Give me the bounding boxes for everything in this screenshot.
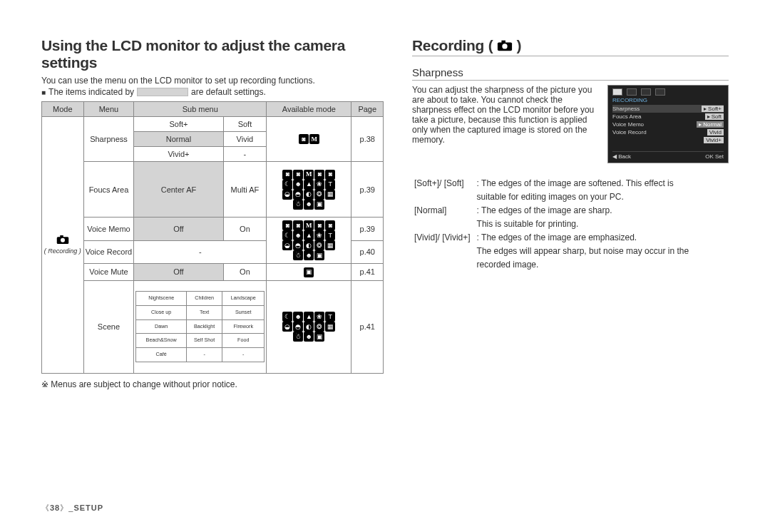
def-val-normal-a: : The edges of the image are sharp. (476, 205, 690, 217)
left-title: Using the LCD monitor to adjust the came… (41, 37, 384, 71)
sub-vmemo-off: Off (134, 218, 223, 241)
sub-vmute-on: On (223, 264, 267, 281)
camera-icon (56, 235, 69, 245)
svg-rect-4 (501, 41, 505, 44)
def-key-normal: [Normal] (414, 205, 475, 217)
right-column: Recording ( ) Sharpness You can adjust t… (412, 37, 729, 389)
th-menu: Menu (83, 102, 134, 117)
th-mode: Mode (42, 102, 84, 117)
menu-focus: Foucs Area (83, 162, 134, 218)
sub-softplus: Soft+ (134, 117, 223, 132)
dev-tab-play-icon (641, 88, 651, 96)
table-footnote: ※ Menus are subject to change without pr… (41, 379, 384, 389)
sharpness-paragraph: You can adjust the sharpness of the pict… (412, 85, 600, 163)
bullet-icon: ■ (41, 88, 46, 96)
svg-point-2 (61, 238, 65, 242)
avail-sharpness: ◙M (267, 117, 351, 162)
def-val-vivid-a: : The edges of the image are emphasized. (476, 232, 690, 244)
m-icon: M (309, 134, 319, 144)
page-footer: 《38》_SETUP (41, 503, 103, 513)
page-vmute: p.41 (351, 264, 384, 281)
th-sub: Sub menu (134, 102, 267, 117)
th-page: Page (351, 102, 384, 117)
page-focus: p.39 (351, 162, 384, 218)
sub-soft: Soft (223, 117, 267, 132)
def-val-vivid-c: recorded image. (476, 259, 690, 271)
page-vmemo: p.39 (351, 218, 384, 241)
camera-icon (497, 39, 513, 51)
svg-rect-1 (60, 235, 63, 237)
sub-multiaf: Multi AF (223, 162, 267, 218)
avail-vmute: ▣ (267, 264, 351, 281)
def-val-normal-b: This is suitable for printing. (476, 218, 690, 230)
sub-vividplus: Vivid+ (134, 147, 223, 162)
mode-cell: ( Recording ) (42, 117, 84, 374)
menu-vmemo: Voice Memo (83, 218, 134, 241)
dev-set: OK Set (705, 153, 724, 160)
svg-point-5 (502, 44, 507, 48)
page-sharpness: p.38 (351, 117, 384, 162)
left-intro: You can use the menu on the LCD monitor … (41, 76, 384, 86)
sub-vmemo-on: On (223, 218, 267, 241)
right-title: Recording ( ) (412, 37, 729, 56)
def-key-vivid: [Vivid]/ [Vivid+] (414, 232, 475, 244)
menu-scene: Scene (83, 280, 134, 373)
menu-vmute: Voice Mute (83, 264, 134, 281)
avail-focus: ◙◙M◙◙ ☾☻▲❀T ◒◓◐❂▦ ☃☻▣ (267, 162, 351, 218)
sub-centeraf: Center AF (134, 162, 223, 218)
menu-sharpness: Sharpness (83, 117, 134, 162)
page-vrecord: p.40 (351, 240, 384, 264)
manual-page: Using the LCD monitor to adjust the came… (0, 0, 770, 532)
page-scene: p.41 (351, 280, 384, 373)
definition-list: [Soft+]/ [Soft] : The edges of the image… (412, 176, 691, 272)
avail-scene: ☾☻▲❀T ◒◓◐❂▦ ☃☻▣ (267, 280, 351, 373)
sub-vivid: Vivid (223, 132, 267, 147)
menu-vrecord: Voice Record (83, 240, 134, 264)
settings-table: Mode Menu Sub menu Available mode Page (… (41, 101, 384, 374)
sub-vmute-off: Off (134, 264, 223, 281)
dev-tab-camera-icon (612, 88, 622, 96)
subheading-sharpness: Sharpness (412, 66, 729, 81)
def-val-soft-a: : The edges of the image are softened. T… (476, 178, 690, 190)
th-avail: Available mode (267, 102, 351, 117)
sub-vrecord: - (134, 240, 267, 264)
sub-scene-grid: NightsceneChildrenLandscape Close upText… (134, 280, 267, 373)
def-val-vivid-b: The edges will appear sharp, but noise m… (476, 245, 690, 257)
sub-normal: Normal (134, 132, 223, 147)
dev-back: ◀ Back (612, 153, 631, 160)
dev-tab-setup-icon (655, 88, 665, 96)
avail-vmemo: ◙◙M◙◙ ☾☻▲❀T ◒◓◐❂▦ ☃☻▣ (267, 218, 351, 264)
sub-dash: - (223, 147, 267, 162)
def-val-soft-b: suitable for editing images on your PC. (476, 191, 690, 203)
device-screenshot: RECORDING Sharpness▸ Soft+ Foucs Area▸ S… (607, 85, 729, 163)
dev-tab-sound-icon (627, 88, 637, 96)
default-settings-note: ■ The items indicated by are default set… (41, 87, 384, 97)
default-swatch (137, 88, 188, 96)
cam-icon: ◙ (299, 134, 309, 144)
dev-header: RECORDING (612, 97, 724, 103)
def-key-soft: [Soft+]/ [Soft] (414, 178, 475, 190)
left-column: Using the LCD monitor to adjust the came… (41, 37, 384, 389)
